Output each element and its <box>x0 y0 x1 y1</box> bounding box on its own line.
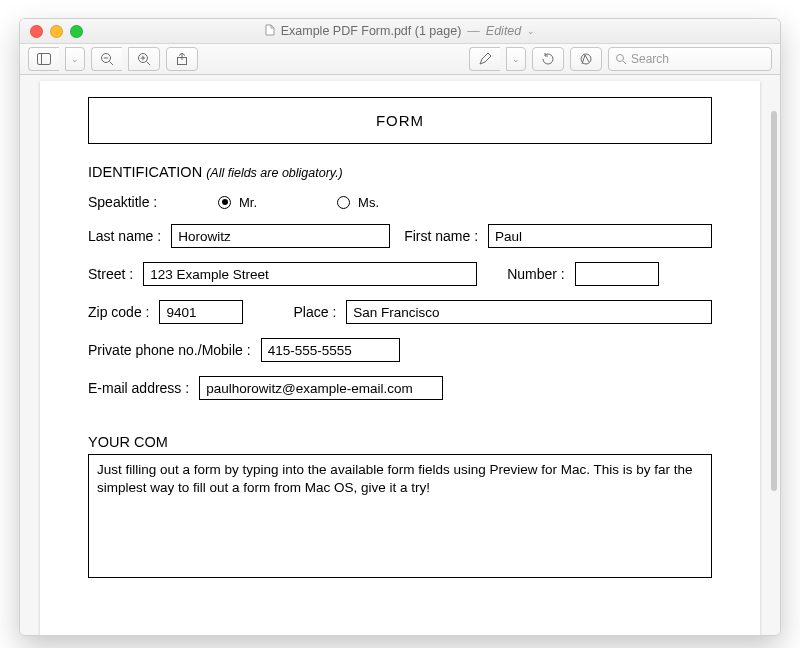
comments-value: Just filling out a form by typing into t… <box>97 462 693 495</box>
speaktitle-ms-label: Ms. <box>358 195 379 210</box>
street-value: 123 Example Street <box>150 267 269 282</box>
lastname-label: Last name : <box>88 228 161 244</box>
place-field[interactable]: San Francisco <box>346 300 712 324</box>
preview-window: Example PDF Form.pdf (1 page) — Edited ⌄… <box>19 18 781 636</box>
comments-label: YOUR COM <box>88 434 712 450</box>
number-label: Number : <box>507 266 565 282</box>
rotate-button[interactable] <box>532 47 564 71</box>
firstname-value: Paul <box>495 229 522 244</box>
pdf-page: FORM IDENTIFICATION (All fields are obli… <box>40 81 760 635</box>
radio-icon <box>218 196 231 209</box>
zoom-out-button[interactable] <box>91 47 122 71</box>
traffic-lights <box>30 25 83 38</box>
comments-field[interactable]: Just filling out a form by typing into t… <box>88 454 712 578</box>
phone-row: Private phone no./Mobile : 415-555-5555 <box>88 338 712 362</box>
identification-section-label: IDENTIFICATION (All fields are obligator… <box>88 164 712 180</box>
name-row: Last name : Horowitz First name : Paul <box>88 224 712 248</box>
highlight-button[interactable] <box>469 47 500 71</box>
radio-icon <box>337 196 350 209</box>
speaktitle-row: Speaktitle : Mr. Ms. <box>88 194 712 210</box>
share-button[interactable] <box>166 47 198 71</box>
sidebar-menu-button[interactable]: ⌄ <box>65 47 85 71</box>
titlebar: Example PDF Form.pdf (1 page) — Edited ⌄ <box>20 19 780 44</box>
window-title: Example PDF Form.pdf (1 page) <box>281 24 462 38</box>
title-area: Example PDF Form.pdf (1 page) — Edited ⌄ <box>20 24 780 38</box>
lastname-value: Horowitz <box>178 229 231 244</box>
email-field[interactable]: paulhorowitz@example-email.com <box>199 376 443 400</box>
document-icon <box>265 24 275 38</box>
email-value: paulhorowitz@example-email.com <box>206 381 413 396</box>
svg-line-3 <box>110 62 114 66</box>
zoom-in-button[interactable] <box>128 47 160 71</box>
zip-field[interactable]: 9401 <box>159 300 243 324</box>
email-row: E-mail address : paulhorowitz@example-em… <box>88 376 712 400</box>
zip-label: Zip code : <box>88 304 149 320</box>
zoom-window-button[interactable] <box>70 25 83 38</box>
place-value: San Francisco <box>353 305 439 320</box>
firstname-label: First name : <box>404 228 478 244</box>
vertical-scrollbar[interactable] <box>771 111 777 491</box>
document-viewport: FORM IDENTIFICATION (All fields are obli… <box>20 75 780 635</box>
markup-button[interactable] <box>570 47 602 71</box>
speaktitle-ms[interactable]: Ms. <box>337 195 379 210</box>
search-placeholder: Search <box>631 52 669 66</box>
section-id-label: IDENTIFICATION <box>88 164 202 180</box>
lastname-field[interactable]: Horowitz <box>171 224 390 248</box>
phone-label: Private phone no./Mobile : <box>88 342 251 358</box>
phone-value: 415-555-5555 <box>268 343 352 358</box>
speaktitle-mr[interactable]: Mr. <box>218 195 257 210</box>
section-id-hint: (All fields are obligatory.) <box>206 166 343 180</box>
place-label: Place : <box>293 304 336 320</box>
title-dash: — <box>467 24 480 38</box>
sidebar-toggle-button[interactable] <box>28 47 59 71</box>
search-field[interactable]: Search <box>608 47 772 71</box>
zip-value: 9401 <box>166 305 196 320</box>
svg-rect-0 <box>38 54 51 65</box>
street-row: Street : 123 Example Street Number : <box>88 262 712 286</box>
search-icon <box>615 53 627 65</box>
svg-line-12 <box>623 61 626 64</box>
zip-row: Zip code : 9401 Place : San Francisco <box>88 300 712 324</box>
svg-point-11 <box>617 55 624 62</box>
svg-line-6 <box>147 62 151 66</box>
firstname-field[interactable]: Paul <box>488 224 712 248</box>
street-label: Street : <box>88 266 133 282</box>
speaktitle-label: Speaktitle : <box>88 194 198 210</box>
street-field[interactable]: 123 Example Street <box>143 262 477 286</box>
highlight-menu-button[interactable]: ⌄ <box>506 47 526 71</box>
title-dropdown-icon[interactable]: ⌄ <box>527 26 535 36</box>
window-status: Edited <box>486 24 521 38</box>
toolbar: ⌄ <box>20 44 780 75</box>
form-heading: FORM <box>88 97 712 144</box>
speaktitle-mr-label: Mr. <box>239 195 257 210</box>
minimize-window-button[interactable] <box>50 25 63 38</box>
chevron-down-icon: ⌄ <box>512 54 520 64</box>
phone-field[interactable]: 415-555-5555 <box>261 338 400 362</box>
chevron-down-icon: ⌄ <box>71 54 79 64</box>
close-window-button[interactable] <box>30 25 43 38</box>
number-field[interactable] <box>575 262 659 286</box>
email-label: E-mail address : <box>88 380 189 396</box>
